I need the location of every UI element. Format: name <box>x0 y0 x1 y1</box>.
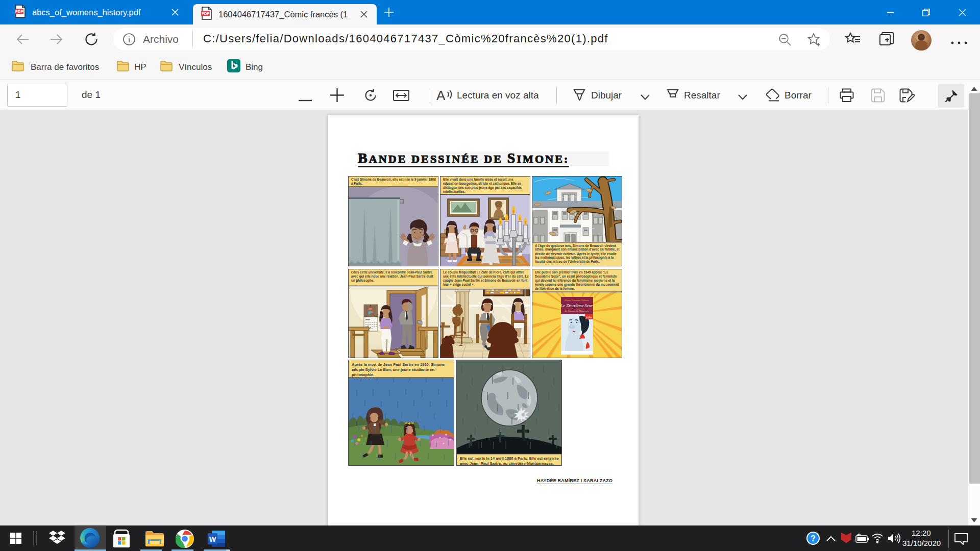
svg-text:PDF: PDF <box>202 11 209 16</box>
svg-text:?: ? <box>811 534 816 543</box>
svg-text:Eliane Lecarme-Tabone: Eliane Lecarme-Tabone <box>565 299 590 302</box>
svg-text:de Simone de Beauvoir: de Simone de Beauvoir <box>565 310 589 312</box>
svg-text:PDF: PDF <box>15 9 23 14</box>
svg-text:folio: folio <box>586 316 592 319</box>
svg-text:W: W <box>209 535 216 543</box>
svg-text:A: A <box>436 88 446 103</box>
svg-text:Le Deuxième Sexe: Le Deuxième Sexe <box>560 303 593 308</box>
